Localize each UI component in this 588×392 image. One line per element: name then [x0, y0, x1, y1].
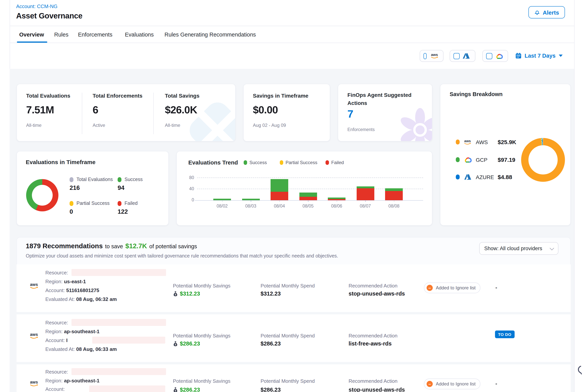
azure-bullet: [456, 174, 460, 180]
masked-resource-value: [72, 269, 166, 276]
action-column-label: Recommended Action: [348, 378, 398, 384]
breadcrumb[interactable]: Account: CCM-NG: [16, 4, 58, 9]
minus-circle-icon: –: [426, 285, 433, 291]
tab-evaluations[interactable]: Evaluations: [125, 32, 154, 38]
resource-label: Resource:: [45, 320, 68, 326]
decor-flower-watermark: [398, 107, 432, 142]
finops-label: FinOps Agent Suggested Actions: [348, 91, 415, 107]
date-range-picker[interactable]: Last 7 Days: [515, 53, 562, 59]
gcp-amount: $97.19: [498, 156, 515, 163]
legend-total-evaluations: Total Evaluations: [70, 177, 113, 182]
chevron-down-icon: [558, 54, 562, 57]
asset-governance-page: Account: CCM-NG Asset Governance Alerts …: [0, 0, 588, 392]
bar-08/04: [270, 179, 288, 200]
bar-08/02: [213, 199, 231, 200]
finops-value: 7: [348, 108, 353, 120]
total-evaluations-caption: All-time: [26, 122, 42, 128]
aws-logo-icon: aws: [430, 53, 440, 59]
x-axis-label: 08/06: [325, 204, 348, 208]
bell-icon: [534, 9, 540, 15]
trend-legend-success: Success: [244, 160, 267, 165]
ignore-status-pill[interactable]: – Added to Ignore list: [424, 282, 480, 293]
x-axis-tick: [394, 200, 394, 202]
savings-breakdown-card: Savings Breakdown aws AWS $25.9K GCP $97…: [440, 84, 571, 226]
azure-logo-icon: [463, 53, 470, 59]
gcp-logo-icon: [463, 156, 472, 163]
aws-name: AWS: [476, 139, 494, 145]
aws-checkbox[interactable]: [424, 53, 426, 59]
recommendations-count: 1879 Recommendations: [26, 242, 103, 250]
bar-08/05: [299, 193, 317, 200]
trend-legend-failed: Failed: [326, 160, 344, 165]
summary-stats-card: Total Evaluations 7.51M All-time Total E…: [16, 84, 236, 142]
savings-value: $ $312.23: [173, 290, 200, 297]
provider-filter-aws[interactable]: aws: [420, 50, 444, 62]
recommended-action-value: stop-unused-aws-rds: [348, 290, 405, 297]
x-axis-tick: [222, 200, 222, 202]
resource-label: Resource:: [45, 369, 68, 375]
bar-segment-success: [328, 198, 346, 199]
action-column-label: Recommended Action: [348, 333, 398, 338]
bar-segment-failed: [270, 192, 288, 200]
recommendation-row[interactable]: aws Resource: Region: ap-southeast-1 Acc…: [16, 364, 571, 392]
tab-rules-generating-recommendations[interactable]: Rules Generating Recommendations: [164, 32, 256, 38]
partial-bullet: [70, 201, 74, 206]
x-axis-label: 08/02: [210, 204, 234, 208]
bar-segment-success: [242, 199, 260, 200]
bar-segment-success: [385, 188, 403, 191]
evaluations-trend-title: Evaluations Trend: [188, 159, 238, 166]
sit-label: Savings in Timeframe: [253, 92, 308, 99]
bar-segment-success: [299, 193, 317, 197]
savings-column-label: Potential Monthly Savings: [173, 283, 230, 288]
cloud-provider-filter-dropdown[interactable]: Show: All cloud providers: [479, 242, 558, 255]
region-line: Region: ap-southeast-1: [45, 328, 100, 334]
bar-08/03: [242, 199, 260, 200]
recommendation-row[interactable]: aws Resource: Region: us-east-1 Account:…: [16, 264, 571, 312]
jira-status-placeholder: -: [496, 284, 497, 290]
total-evaluations-count: 216: [70, 184, 80, 192]
help-floating-button[interactable]: [576, 366, 582, 375]
savings-breakdown-donut-chart: [521, 138, 565, 182]
gcp-checkbox[interactable]: [486, 53, 492, 59]
savings-column-label: Potential Monthly Savings: [173, 333, 230, 338]
aws-logo-icon: aws: [463, 139, 472, 145]
provider-filter-gcp[interactable]: [482, 50, 508, 62]
bar-08/07: [356, 186, 374, 200]
evaluations-donut-chart: [26, 179, 58, 211]
tab-overview[interactable]: Overview: [19, 32, 44, 38]
provider-filter-azure[interactable]: [450, 50, 476, 62]
bar-segment-success: [356, 186, 374, 188]
chevron-down-icon: [550, 246, 554, 250]
spend-column-label: Potential Monthly Spend: [260, 283, 315, 288]
aws-logo-icon: aws: [29, 282, 40, 291]
y-axis-tick-label: 40: [185, 186, 194, 191]
evaluations-in-timeframe-card: Evaluations in Timeframe Total Evaluatio…: [16, 151, 169, 226]
date-range-label: Last 7 Days: [524, 53, 556, 59]
tab-enforcements[interactable]: Enforcements: [78, 32, 112, 38]
svg-text:aws: aws: [464, 139, 471, 143]
alerts-button[interactable]: Alerts: [528, 6, 565, 18]
account-line: Account: 511616801275: [45, 288, 99, 293]
total-evaluations-value: 7.51M: [26, 104, 54, 116]
spend-value: $312.23: [260, 290, 281, 297]
spend-value: $286.23: [260, 386, 281, 392]
donut-hole: [528, 145, 558, 174]
breakdown-legend-aws: aws AWS $25.9K: [456, 139, 516, 145]
ignore-status-pill[interactable]: – Added to Ignore list: [424, 378, 480, 389]
x-axis-tick: [279, 200, 280, 202]
recommendation-row[interactable]: aws Resource: Region: ap-southeast-1 Acc…: [16, 314, 571, 362]
money-bag-icon: $: [173, 291, 178, 296]
bar-segment-failed: [299, 197, 317, 200]
svg-text:$: $: [175, 389, 176, 392]
azure-checkbox[interactable]: [454, 53, 460, 59]
money-bag-icon: $: [173, 387, 178, 392]
gridline: [197, 178, 423, 178]
total-evaluations-label: Total Evaluations: [26, 92, 70, 99]
total-enforcements-label: Total Enforcements: [92, 92, 142, 99]
legend-partial-success: Partial Success: [70, 200, 110, 206]
aws-amount: $25.9K: [498, 139, 516, 145]
svg-text:$: $: [175, 293, 176, 296]
masked-resource-value: [72, 368, 166, 375]
calendar-icon: [515, 53, 522, 59]
tab-rules[interactable]: Rules: [54, 32, 68, 38]
